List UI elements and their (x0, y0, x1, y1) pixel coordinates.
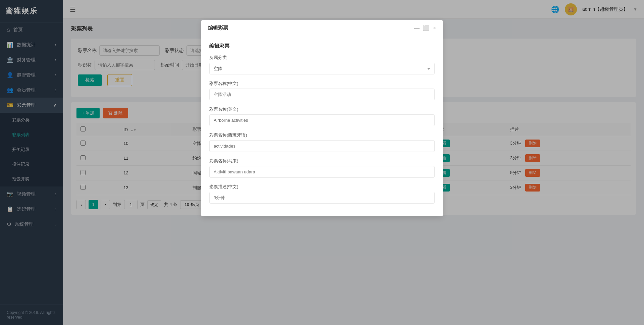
modal-name-cn-input[interactable] (209, 89, 435, 100)
modal-close-button[interactable]: × (433, 25, 436, 31)
modal-controls: — ⬜ × (414, 25, 436, 31)
modal-overlay[interactable]: 编辑彩票 — ⬜ × 编辑彩票 所属分类 空降 (63, 19, 644, 325)
modal-field-name-ms-label: 彩票名称(马来) (209, 158, 435, 164)
modal-section-title: 编辑彩票 (209, 43, 435, 49)
modal-body: 编辑彩票 所属分类 空降 彩票名称(中文) 彩票名称(英文) (201, 36, 443, 216)
modal-field-name-es: 彩票名称(西班牙语) (209, 132, 435, 152)
modal-minimize-button[interactable]: — (414, 25, 420, 31)
modal-header: 编辑彩票 — ⬜ × (201, 20, 443, 36)
page-content: 彩票列表 彩票名称 彩票状态 请选择 所属分类 请选择 (63, 19, 644, 325)
modal-field-desc-cn-label: 彩票描述(中文) (209, 184, 435, 190)
modal-field-category-label: 所属分类 (209, 55, 435, 61)
modal-field-name-ms: 彩票名称(马来) (209, 158, 435, 178)
modal-desc-cn-input[interactable] (209, 192, 435, 204)
modal-field-category: 所属分类 空降 (209, 55, 435, 74)
main-wrap: ☰ 🌐 🐹 admin【超级管理员】 ▼ 彩票列表 彩票名称 彩票状态 请选择 (63, 0, 644, 325)
modal-field-name-cn-label: 彩票名称(中文) (209, 80, 435, 87)
modal-name-ms-input[interactable] (209, 166, 435, 178)
modal-field-name-cn: 彩票名称(中文) (209, 80, 435, 100)
modal-title: 编辑彩票 (208, 25, 228, 31)
modal-maximize-button[interactable]: ⬜ (423, 25, 430, 31)
modal-field-desc-cn: 彩票描述(中文) (209, 184, 435, 204)
modal-name-en-input[interactable] (209, 114, 435, 126)
modal-name-es-input[interactable] (209, 140, 435, 152)
modal-field-name-es-label: 彩票名称(西班牙语) (209, 132, 435, 138)
modal-category-select[interactable]: 空降 (209, 63, 435, 74)
modal-field-name-en-label: 彩票名称(英文) (209, 106, 435, 112)
modal-field-name-en: 彩票名称(英文) (209, 106, 435, 126)
edit-modal: 编辑彩票 — ⬜ × 编辑彩票 所属分类 空降 (201, 20, 443, 216)
